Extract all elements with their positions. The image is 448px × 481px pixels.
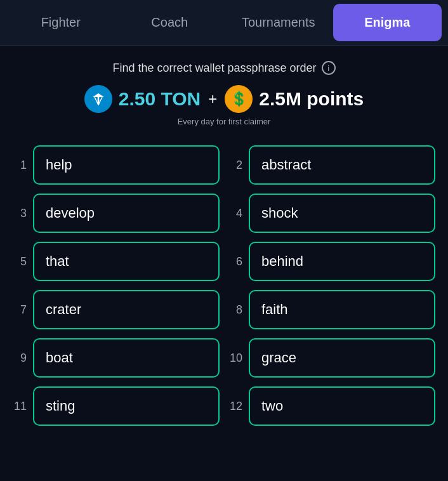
word-cell-9: 9boat	[13, 338, 220, 378]
word-box-3[interactable]: develop	[33, 194, 220, 233]
word-box-2[interactable]: abstract	[249, 145, 435, 185]
word-cell-6: 6behind	[228, 242, 435, 281]
word-cell-3: 3develop	[13, 194, 220, 233]
word-cell-1: 1help	[13, 145, 220, 185]
word-number-12: 12	[228, 400, 242, 413]
nav-enigma[interactable]: Enigma	[333, 4, 442, 41]
word-cell-7: 7crater	[13, 290, 220, 329]
word-grid: 1help2abstract3develop4shock5that6behind…	[0, 133, 448, 438]
nav-tournaments[interactable]: Tournaments	[224, 4, 333, 41]
word-cell-2: 2abstract	[228, 145, 435, 185]
word-box-11[interactable]: sting	[33, 386, 220, 426]
ton-amount: 2.50 TON	[119, 88, 201, 110]
word-cell-12: 12two	[228, 386, 435, 426]
ton-badge: 2.50 TON	[84, 85, 201, 113]
word-cell-11: 11sting	[13, 386, 220, 426]
find-passphrase-text: Find the correct wallet passphrase order…	[13, 61, 435, 75]
coin-badge: 💲 2.5M points	[225, 85, 364, 113]
ton-icon	[84, 85, 112, 113]
word-cell-8: 8faith	[228, 290, 435, 329]
word-box-8[interactable]: faith	[249, 290, 435, 329]
nav-coach[interactable]: Coach	[115, 4, 225, 41]
info-icon[interactable]: i	[322, 61, 336, 75]
word-box-6[interactable]: behind	[249, 242, 435, 281]
word-number-7: 7	[13, 303, 27, 317]
reward-row: 2.50 TON + 💲 2.5M points	[13, 85, 435, 113]
word-box-9[interactable]: boat	[33, 338, 220, 378]
word-number-11: 11	[13, 400, 27, 413]
word-number-8: 8	[228, 303, 242, 317]
word-box-5[interactable]: that	[33, 242, 220, 281]
word-number-5: 5	[13, 255, 27, 268]
nav-fighter[interactable]: Fighter	[6, 4, 115, 41]
word-box-10[interactable]: grace	[249, 338, 435, 378]
word-cell-10: 10grace	[228, 338, 435, 378]
header-section: Find the correct wallet passphrase order…	[0, 46, 448, 133]
word-number-4: 4	[228, 207, 242, 220]
word-box-12[interactable]: two	[249, 386, 435, 426]
word-box-1[interactable]: help	[33, 145, 220, 185]
word-box-7[interactable]: crater	[33, 290, 220, 329]
word-cell-5: 5that	[13, 242, 220, 281]
navigation-bar: Fighter Coach Tournaments Enigma	[0, 0, 448, 46]
coin-icon: 💲	[225, 85, 253, 113]
points-amount: 2.5M points	[259, 88, 364, 110]
word-number-3: 3	[13, 207, 27, 220]
word-number-1: 1	[13, 159, 27, 172]
word-box-4[interactable]: shock	[249, 194, 435, 233]
word-number-2: 2	[228, 159, 242, 172]
plus-sign: +	[208, 90, 217, 108]
word-number-9: 9	[13, 352, 27, 365]
daily-text: Every day for first claimer	[13, 117, 435, 126]
word-number-10: 10	[228, 352, 242, 365]
word-number-6: 6	[228, 255, 242, 268]
word-cell-4: 4shock	[228, 194, 435, 233]
